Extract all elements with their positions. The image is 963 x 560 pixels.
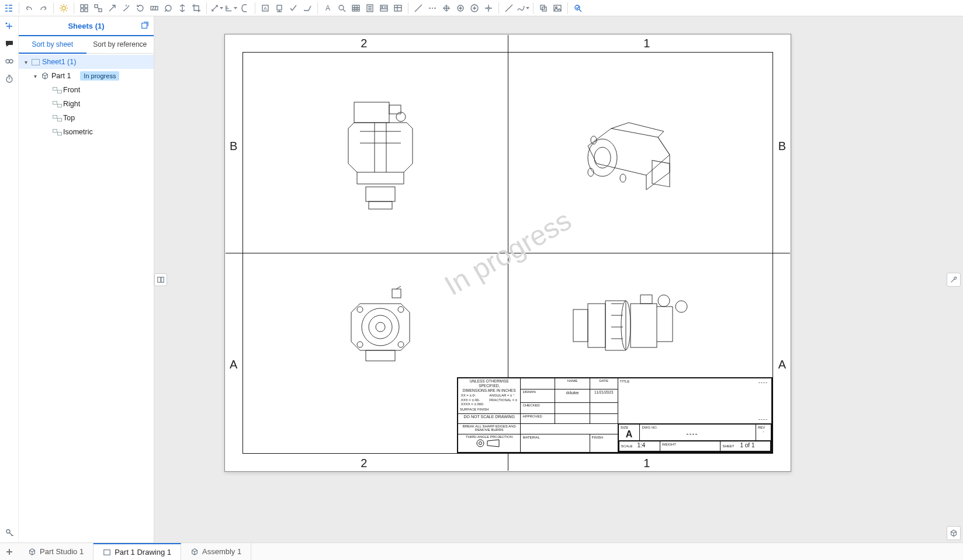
four-view-icon[interactable] xyxy=(78,2,91,15)
edge-line-icon[interactable] xyxy=(412,2,425,15)
rev-table-icon[interactable] xyxy=(392,2,404,15)
svg-rect-5 xyxy=(95,5,98,8)
tree-view-front[interactable]: Front xyxy=(19,83,154,97)
projected-view-icon[interactable] xyxy=(92,2,105,15)
panel-collapse-handle[interactable] xyxy=(154,273,167,286)
redo-icon[interactable] xyxy=(37,2,50,15)
sheet-tree: ▾ Sheet1 (1) ▾ Part 1 In progress Front … xyxy=(19,54,154,542)
wrench-icon[interactable] xyxy=(947,273,961,287)
svg-point-28 xyxy=(5,23,7,25)
tab-assembly[interactable]: Assembly 1 xyxy=(181,543,251,560)
zone-bot-2: 2 xyxy=(361,457,367,470)
link-icon[interactable] xyxy=(3,55,16,68)
cmark2-icon[interactable] xyxy=(454,2,467,15)
image-icon[interactable] xyxy=(551,2,564,15)
copy-icon[interactable] xyxy=(537,2,550,15)
check-icon[interactable] xyxy=(287,2,300,15)
part-label: Part 1 xyxy=(51,72,71,80)
title-block[interactable]: UNLESS OTHERWISE SPECIFIED, DIMENSIONS A… xyxy=(457,377,773,453)
note-icon[interactable]: A xyxy=(259,2,272,15)
tab-drawing[interactable]: Part 1 Drawing 1 xyxy=(93,543,181,560)
tree-view-isometric[interactable]: Isometric xyxy=(19,125,154,139)
svg-rect-36 xyxy=(354,102,389,123)
svg-point-49 xyxy=(376,322,385,332)
svg-point-52 xyxy=(357,342,363,347)
svg-point-29 xyxy=(6,60,9,63)
tree-toggle-icon[interactable] xyxy=(2,2,15,15)
tb-sheet: 1 of 1 xyxy=(740,442,754,448)
tb-noscale: DO NOT SCALE DRAWING xyxy=(458,414,521,424)
svg-rect-2 xyxy=(85,5,88,8)
svg-point-48 xyxy=(369,315,392,339)
tree-part-row[interactable]: ▾ Part 1 In progress xyxy=(19,69,154,83)
crop-icon[interactable] xyxy=(190,2,203,15)
view-right[interactable] xyxy=(337,286,424,368)
sort-by-reference-tab[interactable]: Sort by reference xyxy=(86,36,154,53)
line-icon[interactable] xyxy=(503,2,515,15)
break-icon[interactable] xyxy=(148,2,161,15)
spline-icon[interactable] xyxy=(517,2,529,15)
panel-title: Sheets (1) xyxy=(68,22,104,30)
centermark-icon[interactable] xyxy=(440,2,453,15)
table-icon[interactable] xyxy=(349,2,362,15)
view-cube-icon[interactable] xyxy=(947,526,961,540)
comments-icon[interactable] xyxy=(3,37,16,50)
inspect-icon[interactable] xyxy=(571,2,584,15)
add-item-icon[interactable] xyxy=(3,20,16,33)
svg-rect-54 xyxy=(392,289,401,298)
svg-rect-40 xyxy=(369,201,392,209)
svg-rect-25 xyxy=(554,5,561,11)
svg-rect-33 xyxy=(142,23,147,28)
sheet-icon xyxy=(103,548,111,556)
view-isometric[interactable] xyxy=(570,105,687,204)
dimension-icon[interactable] xyxy=(210,2,223,15)
hole-table-icon[interactable] xyxy=(377,2,390,15)
align-icon[interactable] xyxy=(176,2,189,15)
undo-icon[interactable] xyxy=(23,2,36,15)
stopwatch-icon[interactable] xyxy=(3,72,16,85)
sort-by-sheet-tab[interactable]: Sort by sheet xyxy=(19,36,86,54)
datum-icon[interactable] xyxy=(273,2,286,15)
sun-icon[interactable] xyxy=(57,2,70,15)
tree-view-top[interactable]: Top xyxy=(19,111,154,125)
popout-icon[interactable] xyxy=(141,21,149,31)
view-top[interactable] xyxy=(570,286,693,365)
view-icon xyxy=(53,101,61,107)
svg-point-30 xyxy=(9,60,13,63)
virtual-sharp-icon[interactable] xyxy=(482,2,495,15)
aux-view-icon[interactable] xyxy=(106,2,119,15)
svg-rect-56 xyxy=(573,309,588,342)
detail-icon[interactable] xyxy=(162,2,175,15)
sort-tabs: Sort by sheet Sort by reference xyxy=(19,36,154,54)
tb-unless: UNLESS OTHERWISE SPECIFIED, DIMENSIONS A… xyxy=(460,379,518,392)
left-rail xyxy=(0,16,19,542)
drawing-sheet[interactable]: 2 1 2 1 B A B A In progress xyxy=(224,34,791,472)
tb-size: A xyxy=(621,429,638,440)
zone-top-1: 1 xyxy=(643,37,650,50)
svg-rect-57 xyxy=(588,304,605,347)
tree-sheet-row[interactable]: ▾ Sheet1 (1) xyxy=(19,55,154,69)
section-icon[interactable] xyxy=(120,2,133,15)
add-tab-button[interactable] xyxy=(4,546,15,558)
svg-rect-7 xyxy=(151,6,158,10)
svg-rect-3 xyxy=(81,9,84,12)
svg-rect-43 xyxy=(652,161,670,187)
bom-icon[interactable] xyxy=(363,2,376,15)
drawing-canvas[interactable]: 2 1 2 1 B A B A In progress xyxy=(154,16,963,542)
ordinate-icon[interactable] xyxy=(224,2,237,15)
add-circle-icon[interactable] xyxy=(468,2,481,15)
gdt-icon[interactable] xyxy=(238,2,251,15)
svg-point-53 xyxy=(398,342,404,347)
svg-rect-14 xyxy=(352,5,359,11)
tab-part-studio[interactable]: Part Studio 1 xyxy=(19,543,93,560)
view-front[interactable] xyxy=(337,99,424,210)
weld-icon[interactable] xyxy=(301,2,314,15)
centerline-icon[interactable] xyxy=(426,2,439,15)
text-icon[interactable]: A xyxy=(321,2,334,15)
search-icon[interactable] xyxy=(335,2,348,15)
zone-right-A: A xyxy=(778,358,786,371)
cube-icon xyxy=(28,548,36,556)
filter-icon[interactable] xyxy=(3,526,16,539)
rotate-icon[interactable] xyxy=(134,2,147,15)
tree-view-right[interactable]: Right xyxy=(19,97,154,111)
